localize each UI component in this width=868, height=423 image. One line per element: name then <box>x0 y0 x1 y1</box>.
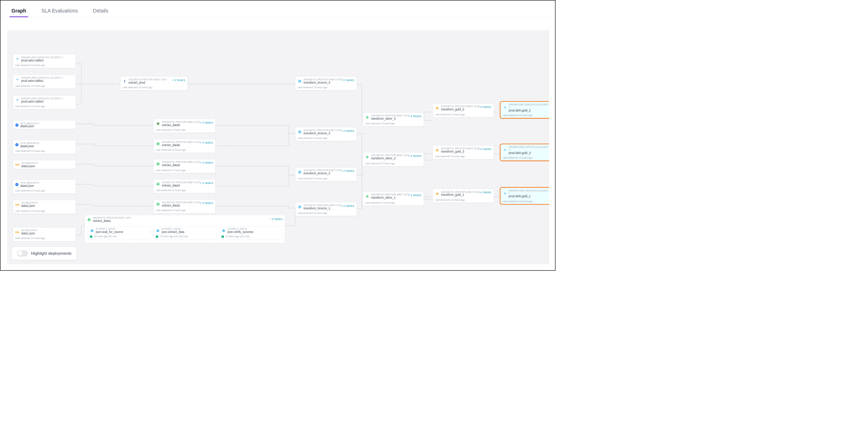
airflow-icon <box>365 155 369 159</box>
airflow-icon <box>156 202 160 206</box>
tab-details[interactable]: Details <box>91 5 110 17</box>
s3-icon: aws <box>15 230 20 234</box>
node-prod-astro-table2[interactable]: ✲SNOWFLAKE://GP21411.US-EAST-1prod.astro… <box>13 95 76 109</box>
svg-marker-17 <box>435 106 439 110</box>
node-transform-bronze-1[interactable]: + 4 TASKS GEODETIC-PROTOPLANET-1077trans… <box>295 202 357 216</box>
node-data4[interactable]: GCS://BUCKET4data4.json Last observed 12… <box>13 180 76 194</box>
svg-point-2 <box>157 142 160 145</box>
airflow-icon <box>156 121 160 126</box>
node-extract-prod[interactable]: + 9 TASKS GEODETIC-PROTOPLANET-1077extra… <box>120 76 188 90</box>
node-transform-silver-1[interactable]: + 4 TASKS GEODETIC-PROTOPLANET-1077trans… <box>363 191 424 205</box>
node-transform-silver-2[interactable]: + 4 TASKS GEODETIC-PROTOPLANET-1077trans… <box>363 152 424 166</box>
tabs: Graph SLA Evaluations Details <box>0 0 555 17</box>
snowflake-icon: ✲ <box>503 105 507 110</box>
svg-marker-14 <box>366 116 369 119</box>
svg-rect-12 <box>298 171 301 174</box>
snowflake-icon: ✲ <box>503 191 507 196</box>
status-success-icon <box>90 235 92 238</box>
airflow-icon <box>156 141 160 146</box>
node-data6[interactable]: GCS://BUCKET6data6.json Last observed 12… <box>13 140 76 154</box>
airflow-icon <box>298 170 302 174</box>
node-prod-astro-table3[interactable]: ✲SNOWFLAKE://GP21411.US-EAST-1prod.astro… <box>13 54 76 68</box>
node-extract-data6[interactable]: + 3 TASKS GEODETIC-PROTOPLANET-1077extra… <box>153 139 216 153</box>
task-wait-for-source[interactable]: EXTRACT_DATA1json.wait_for_source 12 hou… <box>87 226 151 239</box>
svg-marker-18 <box>435 148 439 151</box>
status-success-icon <box>156 235 158 238</box>
node-transform-gold-1[interactable]: + 4 TASKS GEODETIC-PROTOPLANET-1077trans… <box>433 189 494 203</box>
node-extract-data4[interactable]: + 3 TASKS GEODETIC-PROTOPLANET-1077extra… <box>153 179 216 193</box>
node-data3[interactable]: awsS3://BUCKET3data3.json <box>13 160 76 169</box>
airflow-icon <box>87 218 91 222</box>
node-prod-astro-table1[interactable]: ✲SNOWFLAKE://GP21411.US-EAST-1prod.astro… <box>13 75 76 89</box>
airflow-icon <box>90 229 94 233</box>
highlight-deployments-toggle-container: Highlight deployments <box>12 247 76 260</box>
snowflake-icon: ✲ <box>503 148 507 152</box>
node-data1[interactable]: awsS3://BUCKET1data1.json Last observed … <box>13 227 76 241</box>
node-transform-bronze-4[interactable]: + 5 TASKS GEODETIC-PROTOPLANET-1077trans… <box>295 76 357 90</box>
graph-canvas[interactable]: ✲SNOWFLAKE://GP21411.US-EAST-1prod.astro… <box>7 30 549 264</box>
airflow-icon <box>298 130 302 134</box>
snowflake-icon: ✲ <box>15 57 20 61</box>
svg-point-6 <box>87 218 91 221</box>
svg-marker-15 <box>366 155 369 159</box>
svg-point-5 <box>157 203 160 206</box>
svg-point-9 <box>222 229 225 232</box>
airflow-icon <box>435 191 439 196</box>
airflow-icon <box>298 79 302 83</box>
snowflake-icon: ✲ <box>15 78 20 82</box>
svg-rect-13 <box>298 205 301 208</box>
svg-point-7 <box>91 229 94 232</box>
node-data5[interactable]: GCS://BUCKET5data5.json <box>13 120 76 129</box>
gcs-icon <box>15 183 19 186</box>
node-prod-dwh-gold-3[interactable]: ✲SNOWFLAKE://GP21411.US-EAST-1prod.dwh.g… <box>500 144 549 161</box>
svg-rect-10 <box>298 80 301 83</box>
node-extract-data2[interactable]: + 3 TASKS GEODETIC-PROTOPLANET-1077extra… <box>153 199 216 213</box>
gcs-icon <box>15 143 19 146</box>
node-prod-dwh-gold-1[interactable]: ✲SNOWFLAKE://GP21411.US-EAST-1prod.dwh.g… <box>500 187 549 205</box>
node-extract-data5[interactable]: + 3 TASKS GEODETIC-PROTOPLANET-1077extra… <box>153 119 216 133</box>
highlight-deployments-switch[interactable] <box>17 250 28 257</box>
node-transform-gold-3[interactable]: + 4 TASKS GEODETIC-PROTOPLANET-1077trans… <box>433 145 494 159</box>
airflow-icon <box>435 106 439 110</box>
airflow-icon <box>156 229 160 233</box>
node-prod-dwh-gold-2[interactable]: ✲SNOWFLAKE://GP21411.US-EAST-1prod.dwh.g… <box>500 101 549 119</box>
airflow-icon <box>365 115 369 119</box>
s3-icon: aws <box>15 163 20 167</box>
node-transform-silver-3[interactable]: + 4 TASKS GEODETIC-PROTOPLANET-1077trans… <box>363 113 424 126</box>
airflow-icon <box>365 194 369 199</box>
collapse-tasks-button[interactable]: − 3 TASKS <box>269 218 283 221</box>
svg-point-1 <box>157 123 159 125</box>
gcs-icon <box>15 123 19 126</box>
node-transform-gold-2[interactable]: + 4 TASKS GEODETIC-PROTOPLANET-1077trans… <box>433 103 494 117</box>
highlight-deployments-label: Highlight deployments <box>31 251 71 255</box>
node-transform-bronze-3[interactable]: + 4 TASKS GEODETIC-PROTOPLANET-1077trans… <box>295 127 357 141</box>
airflow-icon <box>435 148 439 152</box>
airflow-icon <box>123 79 127 83</box>
node-extract-data3[interactable]: + 3 TASKS GEODETIC-PROTOPLANET-1077extra… <box>153 159 216 173</box>
svg-rect-11 <box>298 130 301 133</box>
airflow-icon <box>156 182 160 186</box>
node-extract-data1-expanded[interactable]: GEODETIC-PROTOPLANET-1077extract_data1 −… <box>85 215 285 243</box>
svg-point-4 <box>157 183 160 186</box>
task-verify-success[interactable]: EXTRACT_DATA1json.verify_success 12 hour… <box>219 226 283 239</box>
tab-graph[interactable]: Graph <box>10 5 28 17</box>
airflow-icon <box>222 229 226 233</box>
svg-marker-16 <box>366 195 369 198</box>
svg-point-3 <box>157 162 160 165</box>
s3-icon: aws <box>15 203 20 207</box>
node-transform-bronze-2[interactable]: + 4 TASKS GEODETIC-PROTOPLANET-1077trans… <box>295 167 357 181</box>
svg-marker-19 <box>435 192 439 195</box>
task-extract-data[interactable]: EXTRACT_DATA1json.extract_data 12 hours … <box>153 226 217 239</box>
tab-sla-evaluations[interactable]: SLA Evaluations <box>40 5 80 17</box>
status-success-icon <box>222 235 224 238</box>
node-data2[interactable]: awsS3://BUCKET2data2.json Last observed … <box>13 200 76 214</box>
svg-point-8 <box>156 229 159 232</box>
airflow-icon <box>156 162 160 166</box>
airflow-icon <box>298 205 302 209</box>
snowflake-icon: ✲ <box>15 98 20 102</box>
